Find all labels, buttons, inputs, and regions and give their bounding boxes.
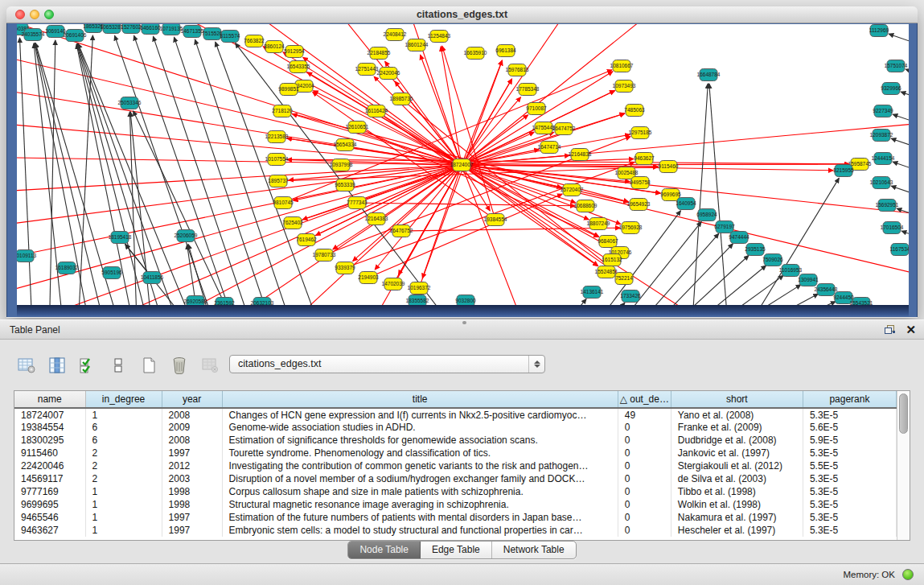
graph-node[interactable]: 8115574	[220, 31, 240, 43]
graph-node[interactable]: 2935135	[745, 244, 766, 256]
graph-node[interactable]: 18724007	[450, 159, 474, 171]
graph-node[interactable]: 7619462	[296, 234, 317, 246]
graph-node[interactable]: 17016504	[881, 222, 904, 234]
scrollbar-thumb[interactable]	[899, 393, 908, 434]
graph-node[interactable]: 12213583	[265, 131, 289, 143]
graph-node[interactable]: 16648784	[697, 69, 721, 81]
network-canvas[interactable]: 1950381 24035574 3069140 20691406 186532…	[17, 24, 909, 305]
graph-node[interactable]: 8215955	[833, 165, 854, 177]
column-header-year[interactable]: year	[162, 391, 222, 408]
graph-node[interactable]: 19780733	[313, 249, 336, 262]
graph-node[interactable]: 12975185	[629, 127, 652, 139]
graph-node[interactable]: 9495758	[630, 177, 651, 189]
graph-node[interactable]: 17785348	[516, 84, 540, 96]
graph-node[interactable]: 752214	[615, 273, 633, 285]
tab-network-table[interactable]: Network Table	[492, 542, 576, 558]
close-panel-icon[interactable]: ✕	[906, 323, 916, 336]
graph-node[interactable]: 9684067	[598, 236, 618, 248]
table-row[interactable]: 946554611997Estimation of the future num…	[14, 511, 897, 524]
graph-node[interactable]: 25206059	[175, 230, 198, 242]
close-window-button[interactable]	[15, 10, 25, 19]
attribute-table[interactable]: namein_degreeyeartitle△ out_de…shortpage…	[14, 391, 897, 537]
column-header-short[interactable]: short	[671, 391, 803, 408]
graph-node[interactable]: 12164383	[365, 213, 388, 225]
graph-node[interactable]: 18601244	[405, 39, 429, 51]
graph-node[interactable]: 10411856	[141, 272, 164, 284]
graph-node[interactable]: 11254843	[428, 31, 451, 43]
graph-node[interactable]: 20691406	[64, 30, 87, 42]
graph-node[interactable]: 10688609	[574, 200, 598, 212]
table-row[interactable]: 1938455462009Genome-wide association stu…	[14, 421, 897, 434]
graph-node[interactable]: 12444154	[872, 153, 895, 165]
graph-node[interactable]: 8860124	[264, 41, 285, 53]
graph-node[interactable]: 7485063	[624, 105, 645, 117]
graph-node[interactable]: 6958924	[696, 209, 717, 221]
graph-node[interactable]: 5912954	[284, 46, 305, 58]
table-row[interactable]: 969969511998Structural magnetic resonanc…	[14, 498, 897, 511]
graph-node[interactable]: 11016953	[779, 265, 803, 277]
graph-node[interactable]: 2718120	[272, 105, 293, 117]
table-mode-icon[interactable]	[16, 355, 37, 376]
minimize-window-button[interactable]	[30, 10, 39, 19]
table-select-dropdown[interactable]: citations_edges.txt	[229, 355, 545, 373]
graph-node[interactable]: 10973493	[613, 80, 636, 93]
panel-resize-grip[interactable]	[462, 321, 466, 324]
graph-node[interactable]: 9899851	[278, 84, 299, 96]
graph-node[interactable]: 9810745	[273, 197, 294, 209]
graph-node[interactable]: 16116424	[365, 105, 388, 117]
graph-node[interactable]: 19756928	[619, 222, 643, 234]
column-header-title[interactable]: title	[222, 391, 618, 408]
column-header-pagerank[interactable]: pagerank	[803, 391, 896, 408]
graph-node[interactable]: 14671355	[181, 26, 204, 38]
graph-node[interactable]: 7663822	[244, 35, 265, 47]
table-row[interactable]: 946362711997Embryonic stem cells: a mode…	[14, 524, 897, 537]
graph-node[interactable]: 5905196	[101, 267, 122, 279]
graph-node[interactable]: 24035574	[22, 29, 45, 41]
graph-node[interactable]: 18807249	[587, 218, 610, 230]
graph-node[interactable]: 9710087	[526, 103, 547, 115]
graph-node[interactable]: 10196372	[408, 282, 431, 295]
graph-node[interactable]: 9463627	[634, 153, 655, 165]
graph-node[interactable]: 9032800	[455, 295, 476, 306]
graph-node[interactable]: 22408412	[384, 29, 407, 41]
zoom-window-button[interactable]	[44, 10, 54, 19]
graph-node[interactable]: 12093872	[870, 130, 893, 142]
tab-edge-table[interactable]: Edge Table	[421, 542, 492, 558]
graph-node[interactable]: 18355582	[406, 295, 429, 306]
graph-node[interactable]: 9329966	[881, 83, 901, 95]
graph-node[interactable]: 15692951	[876, 200, 899, 212]
show-columns-icon[interactable]	[47, 355, 68, 376]
graph-node[interactable]: 15751074	[885, 60, 908, 72]
table-row[interactable]: 2242004622012Investigating the contribut…	[14, 459, 897, 472]
graph-node[interactable]: 14702039	[382, 278, 405, 290]
graph-node[interactable]: 1167534	[890, 244, 909, 256]
graph-node[interactable]: 7509026	[762, 254, 783, 266]
graph-node[interactable]: 2194903	[358, 272, 379, 284]
graph-node[interactable]: 15543521	[850, 298, 873, 306]
graph-node[interactable]: 1527602	[121, 24, 142, 34]
memory-status-icon[interactable]	[902, 569, 914, 580]
row-height-icon[interactable]	[108, 355, 129, 376]
graph-node[interactable]: 14136141	[581, 286, 604, 299]
graph-node[interactable]: 6961384	[495, 45, 516, 57]
graph-node[interactable]: 1309941	[798, 274, 819, 286]
tab-node-table[interactable]: Node Table	[348, 542, 421, 558]
table-row[interactable]: 1830029562008Estimation of significance …	[14, 434, 897, 447]
graph-node[interactable]: 10107554	[265, 154, 289, 166]
table-row[interactable]: 1456911722003Disruption of a novel membe…	[14, 472, 897, 485]
graph-node[interactable]: 1733426	[620, 290, 641, 303]
window-titlebar[interactable]: citations_edges.txt	[6, 6, 918, 23]
graph-node[interactable]: 7625402	[282, 217, 303, 229]
graph-node[interactable]: 16635910	[464, 47, 487, 60]
graph-node[interactable]: 10719135	[160, 24, 183, 35]
graph-node[interactable]: 16474714	[538, 142, 561, 154]
float-panel-icon[interactable]	[884, 324, 896, 336]
graph-node[interactable]: 7777343	[347, 197, 368, 209]
column-header-out_de[interactable]: △ out_de…	[618, 391, 671, 408]
column-header-in_degree[interactable]: in_degree	[85, 391, 162, 408]
graph-node[interactable]: 22184855	[368, 47, 391, 60]
graph-node[interactable]: 19384554	[484, 214, 507, 226]
graph-node[interactable]: 6279197	[714, 221, 735, 233]
graph-node[interactable]: 2361592	[214, 298, 235, 306]
graph-node[interactable]: 15654334	[334, 139, 357, 151]
